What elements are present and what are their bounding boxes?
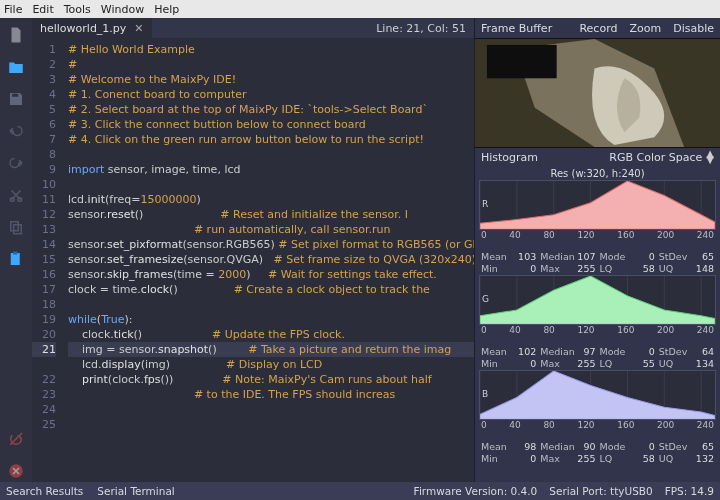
svg-rect-6 xyxy=(13,252,18,255)
svg-rect-0 xyxy=(12,94,18,97)
cursor-position: Line: 21, Col: 51 xyxy=(368,22,474,35)
histogram-title: Histogram xyxy=(481,151,538,164)
colorspace-selector[interactable]: RGB Color Space xyxy=(609,151,702,164)
copy-icon[interactable] xyxy=(5,216,27,238)
status-firmware: Firmware Version: 0.4.0 xyxy=(414,485,538,497)
undo-icon[interactable] xyxy=(5,120,27,142)
left-toolbar xyxy=(0,18,32,482)
status-serial-port[interactable]: Serial Port: ttyUSB0 xyxy=(549,485,652,497)
save-icon[interactable] xyxy=(5,88,27,110)
fb-disable-button[interactable]: Disable xyxy=(667,22,720,35)
histogram-stats-g: Mean102Median97Mode0StDev64Min0Max255LQ5… xyxy=(475,344,720,370)
histogram-stats-b: Mean98Median90Mode0StDev65Min0Max255LQ58… xyxy=(475,439,720,465)
right-panel: Frame Buffer Record Zoom Disable Histogr… xyxy=(474,18,720,482)
new-file-icon[interactable] xyxy=(5,24,27,46)
menu-window[interactable]: Window xyxy=(101,3,144,16)
menu-edit[interactable]: Edit xyxy=(32,3,53,16)
paste-icon[interactable] xyxy=(5,248,27,270)
menu-help[interactable]: Help xyxy=(154,3,179,16)
redo-icon[interactable] xyxy=(5,152,27,174)
open-file-icon[interactable] xyxy=(5,56,27,78)
status-tab-search[interactable]: Search Results xyxy=(6,485,83,497)
tab-title: helloworld_1.py xyxy=(40,22,126,35)
code-editor[interactable]: 1 2 3 4 5 6 7 8 9 10 11 12 13 14 15 16 1… xyxy=(32,38,474,482)
colorspace-updown-icon[interactable]: ▲▼ xyxy=(706,151,714,163)
histogram-r: R04080120160200240 xyxy=(475,180,720,249)
svg-rect-9 xyxy=(487,45,557,78)
cut-icon[interactable] xyxy=(5,184,27,206)
menu-file[interactable]: File xyxy=(4,3,22,16)
histogram-b: B04080120160200240 xyxy=(475,370,720,439)
histogram-resolution: Res (w:320, h:240) xyxy=(475,166,720,180)
framebuffer-title: Frame Buffer xyxy=(475,22,573,35)
histogram-g: G04080120160200240 xyxy=(475,275,720,344)
stop-icon[interactable] xyxy=(5,460,27,482)
histogram-header: Histogram RGB Color Space ▲▼ xyxy=(475,148,720,166)
histogram-stats-r: Mean103Median107Mode0StDev65Min0Max255LQ… xyxy=(475,249,720,275)
status-tab-terminal[interactable]: Serial Terminal xyxy=(97,485,174,497)
connect-icon[interactable] xyxy=(5,428,27,450)
tab-close-icon[interactable]: ✕ xyxy=(134,22,143,35)
editor-tab-bar: helloworld_1.py ✕ Line: 21, Col: 51 xyxy=(32,18,474,38)
fb-zoom-button[interactable]: Zoom xyxy=(623,22,667,35)
fb-record-button[interactable]: Record xyxy=(573,22,623,35)
status-bar: Search Results Serial Terminal Firmware … xyxy=(0,482,720,500)
framebuffer-preview[interactable] xyxy=(475,38,720,148)
framebuffer-header: Frame Buffer Record Zoom Disable xyxy=(475,18,720,38)
svg-rect-5 xyxy=(11,253,20,265)
editor-tab[interactable]: helloworld_1.py ✕ xyxy=(32,18,152,38)
status-fps: FPS: 14.9 xyxy=(665,485,714,497)
menubar: File Edit Tools Window Help xyxy=(0,0,720,18)
menu-tools[interactable]: Tools xyxy=(64,3,91,16)
